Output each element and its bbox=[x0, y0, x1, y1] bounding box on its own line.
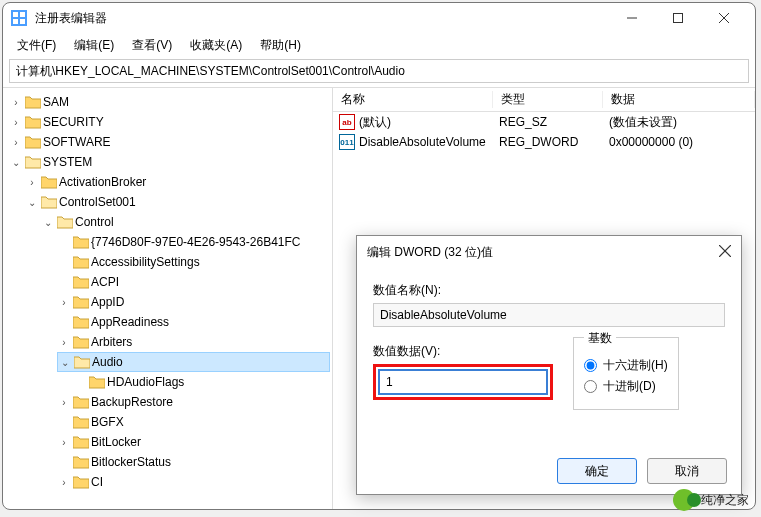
folder-open-icon bbox=[41, 195, 57, 209]
chevron-down-icon[interactable]: ⌄ bbox=[9, 157, 23, 168]
menu-edit[interactable]: 编辑(E) bbox=[66, 35, 122, 56]
svg-rect-3 bbox=[20, 19, 25, 24]
tree-label: AccessibilitySettings bbox=[91, 255, 200, 269]
value-data: (数值未设置) bbox=[603, 114, 755, 131]
chevron-right-icon[interactable]: › bbox=[57, 397, 71, 408]
radio-dec-input[interactable] bbox=[584, 380, 597, 393]
value-name: (默认) bbox=[359, 114, 391, 131]
chevron-right-icon[interactable]: › bbox=[57, 337, 71, 348]
tree-item-acpi[interactable]: ACPI bbox=[57, 272, 330, 292]
tree-label: Arbiters bbox=[91, 335, 132, 349]
window-title: 注册表编辑器 bbox=[35, 10, 609, 27]
tree-label: AppID bbox=[91, 295, 124, 309]
folder-icon bbox=[73, 255, 89, 269]
tree-item-appreadiness[interactable]: AppReadiness bbox=[57, 312, 330, 332]
tree-label: HDAudioFlags bbox=[107, 375, 184, 389]
tree-label: SOFTWARE bbox=[43, 135, 111, 149]
tree-item-ci[interactable]: ›CI bbox=[57, 472, 330, 492]
minimize-button[interactable] bbox=[609, 3, 655, 33]
tree-label: ACPI bbox=[91, 275, 119, 289]
folder-icon bbox=[73, 415, 89, 429]
tree-item-security[interactable]: ›SECURITY bbox=[9, 112, 330, 132]
tree-label: ActivationBroker bbox=[59, 175, 146, 189]
folder-icon bbox=[89, 375, 105, 389]
address-bar[interactable]: 计算机\HKEY_LOCAL_MACHINE\SYSTEM\ControlSet… bbox=[9, 59, 749, 83]
chevron-right-icon[interactable]: › bbox=[9, 137, 23, 148]
folder-icon bbox=[73, 235, 89, 249]
folder-icon bbox=[25, 95, 41, 109]
tree-item-bitlocker[interactable]: ›BitLocker bbox=[57, 432, 330, 452]
tree-item-system[interactable]: ⌄SYSTEM bbox=[9, 152, 330, 172]
column-data[interactable]: 数据 bbox=[603, 91, 755, 108]
radio-hex-input[interactable] bbox=[584, 359, 597, 372]
cancel-button[interactable]: 取消 bbox=[647, 458, 727, 484]
name-label: 数值名称(N): bbox=[373, 282, 725, 299]
window-controls bbox=[609, 3, 747, 33]
dialog-title: 编辑 DWORD (32 位)值 bbox=[367, 244, 719, 261]
list-row-default[interactable]: ab(默认) REG_SZ (数值未设置) bbox=[333, 112, 755, 132]
tree-item-bgfx[interactable]: BGFX bbox=[57, 412, 330, 432]
folder-icon bbox=[73, 475, 89, 489]
chevron-right-icon[interactable]: › bbox=[57, 477, 71, 488]
tree-item-activationbroker[interactable]: ›ActivationBroker bbox=[25, 172, 330, 192]
column-type[interactable]: 类型 bbox=[493, 91, 603, 108]
radio-hex[interactable]: 十六进制(H) bbox=[584, 357, 668, 374]
watermark: 纯净之家 bbox=[673, 489, 749, 511]
tree-label: BGFX bbox=[91, 415, 124, 429]
chevron-down-icon[interactable]: ⌄ bbox=[58, 357, 72, 368]
menu-help[interactable]: 帮助(H) bbox=[252, 35, 309, 56]
highlight-annotation bbox=[373, 364, 553, 400]
folder-icon bbox=[25, 135, 41, 149]
app-icon bbox=[11, 10, 27, 26]
value-type: REG_DWORD bbox=[493, 135, 603, 149]
menu-file[interactable]: 文件(F) bbox=[9, 35, 64, 56]
folder-icon bbox=[41, 175, 57, 189]
tree-pane[interactable]: ›SAM ›SECURITY ›SOFTWARE ⌄SYSTEM ›Activa… bbox=[3, 88, 333, 509]
tree-item-audio[interactable]: ⌄Audio bbox=[57, 352, 330, 372]
tree-label: BackupRestore bbox=[91, 395, 173, 409]
tree-label: ControlSet001 bbox=[59, 195, 136, 209]
tree-item-sam[interactable]: ›SAM bbox=[9, 92, 330, 112]
menu-favorites[interactable]: 收藏夹(A) bbox=[182, 35, 250, 56]
chevron-right-icon[interactable]: › bbox=[57, 297, 71, 308]
tree-label: CI bbox=[91, 475, 103, 489]
value-data-input[interactable] bbox=[378, 369, 548, 395]
tree-item-appid[interactable]: ›AppID bbox=[57, 292, 330, 312]
ok-button[interactable]: 确定 bbox=[557, 458, 637, 484]
chevron-right-icon[interactable]: › bbox=[9, 117, 23, 128]
folder-icon bbox=[73, 335, 89, 349]
tree-label: AppReadiness bbox=[91, 315, 169, 329]
tree-item-guid[interactable]: {7746D80F-97E0-4E26-9543-26B41FC bbox=[57, 232, 330, 252]
tree-item-arbiters[interactable]: ›Arbiters bbox=[57, 332, 330, 352]
tree-item-control[interactable]: ⌄Control bbox=[41, 212, 330, 232]
data-label: 数值数据(V): bbox=[373, 343, 553, 360]
close-button[interactable] bbox=[701, 3, 747, 33]
radio-dec[interactable]: 十进制(D) bbox=[584, 378, 668, 395]
chevron-right-icon[interactable]: › bbox=[9, 97, 23, 108]
tree-label: SYSTEM bbox=[43, 155, 92, 169]
dialog-body: 数值名称(N): DisableAbsoluteVolume 数值数据(V): … bbox=[357, 268, 741, 448]
tree-item-bitlockerstatus[interactable]: BitlockerStatus bbox=[57, 452, 330, 472]
dialog-titlebar: 编辑 DWORD (32 位)值 bbox=[357, 236, 741, 268]
svg-rect-0 bbox=[13, 12, 18, 17]
folder-open-icon bbox=[74, 355, 90, 369]
tree-label: BitLocker bbox=[91, 435, 141, 449]
dialog-close-button[interactable] bbox=[719, 245, 731, 260]
chevron-down-icon[interactable]: ⌄ bbox=[25, 197, 39, 208]
tree-item-accessibility[interactable]: AccessibilitySettings bbox=[57, 252, 330, 272]
value-type: REG_SZ bbox=[493, 115, 603, 129]
chevron-right-icon[interactable]: › bbox=[25, 177, 39, 188]
chevron-down-icon[interactable]: ⌄ bbox=[41, 217, 55, 228]
chevron-right-icon[interactable]: › bbox=[57, 437, 71, 448]
dialog-buttons: 确定 取消 bbox=[357, 448, 741, 494]
folder-icon bbox=[73, 315, 89, 329]
tree-item-backuprestore[interactable]: ›BackupRestore bbox=[57, 392, 330, 412]
menu-view[interactable]: 查看(V) bbox=[124, 35, 180, 56]
maximize-button[interactable] bbox=[655, 3, 701, 33]
list-row-disableabsolutevolume[interactable]: 011DisableAbsoluteVolume REG_DWORD 0x000… bbox=[333, 132, 755, 152]
column-name[interactable]: 名称 bbox=[333, 91, 493, 108]
value-name: DisableAbsoluteVolume bbox=[359, 135, 486, 149]
tree-item-controlset001[interactable]: ⌄ControlSet001 bbox=[25, 192, 330, 212]
tree-item-software[interactable]: ›SOFTWARE bbox=[9, 132, 330, 152]
tree-item-hdaudioflags[interactable]: HDAudioFlags bbox=[73, 372, 330, 392]
